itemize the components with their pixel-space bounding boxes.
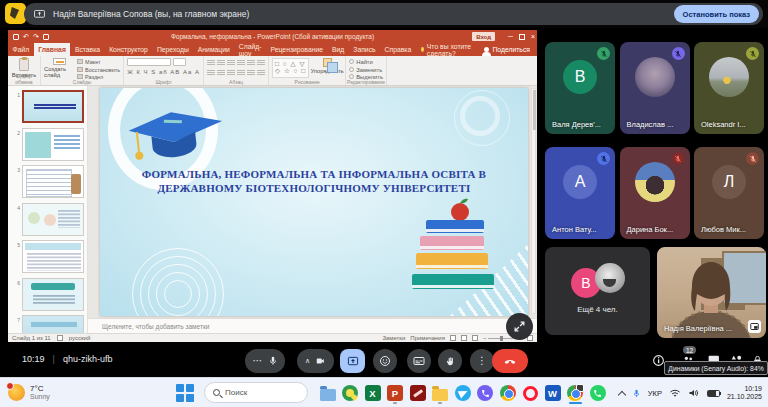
tab-вставка[interactable]: Вставка	[70, 43, 104, 56]
slide-thumbnail-5[interactable]	[22, 240, 84, 273]
slide-thumbnail-1[interactable]	[22, 90, 84, 123]
tab-слайд-шоу[interactable]: Слайд-шоу	[234, 43, 266, 56]
redo-icon[interactable]: ↷	[33, 33, 39, 41]
stop-presenting-button[interactable]: Остановить показ	[674, 5, 759, 23]
participant-name: Oleksandr I...	[701, 120, 746, 129]
pip-icon[interactable]	[748, 320, 761, 333]
participant-tile[interactable]: Владислав ...	[620, 42, 690, 134]
share-button[interactable]: Поделиться	[477, 43, 537, 56]
participant-tile[interactable]: ЛЛюбов Мик...	[694, 147, 764, 239]
notes-toggle[interactable]: Заметки	[382, 335, 405, 341]
font-size-input[interactable]	[173, 58, 186, 66]
participant-tile[interactable]: Oleksandr I...	[694, 42, 764, 134]
start-button[interactable]	[176, 384, 194, 402]
chrome-icon[interactable]	[498, 382, 517, 404]
powerpoint-icon[interactable]: P	[386, 382, 405, 404]
slide-sorter-icon[interactable]	[461, 335, 467, 341]
replace-button[interactable]: Заменить	[349, 67, 383, 73]
slide-thumbnail-4[interactable]	[22, 203, 84, 236]
wifi-icon[interactable]	[669, 388, 681, 398]
close-button[interactable]: ×	[531, 33, 535, 40]
tab-конструктор[interactable]: Конструктор	[105, 43, 153, 56]
reactions-button[interactable]	[373, 349, 397, 373]
normal-view-icon[interactable]	[450, 335, 456, 341]
paragraph-buttons[interactable]	[207, 58, 265, 78]
save-icon[interactable]	[13, 34, 19, 40]
camera-options-icon[interactable]: ∧	[305, 356, 310, 366]
self-video-tile[interactable]: Надія Валеріївна ...	[657, 247, 766, 338]
tab-главная[interactable]: Главная	[34, 43, 71, 56]
slide-thumbnail-2[interactable]	[22, 128, 84, 161]
tab-справка[interactable]: Справка	[380, 43, 416, 56]
leave-call-button[interactable]	[492, 349, 528, 373]
slide-scrollbar[interactable]	[531, 88, 536, 314]
tell-me-box[interactable]: Что вы хотите сделать?	[416, 43, 478, 56]
tab-анимации[interactable]: Анимации	[193, 43, 234, 56]
yellow-app-icon[interactable]	[5, 3, 26, 24]
volume-icon[interactable]	[688, 388, 700, 398]
screen: Надія Валеріївна Сопова (вы, на главном …	[0, 0, 768, 407]
present-button[interactable]	[340, 349, 365, 373]
font-name-input[interactable]	[127, 58, 171, 66]
more-options-button[interactable]: ⋮	[470, 349, 494, 373]
tab-переходы[interactable]: Переходы	[152, 43, 193, 56]
language-indicator[interactable]: УКР	[648, 389, 662, 398]
undo-icon[interactable]: ↶	[23, 33, 29, 41]
captions-button[interactable]	[407, 349, 431, 373]
minimize-button[interactable]: ─	[508, 33, 513, 40]
slide-editing-area[interactable]: ФОРМАЛЬНА, НЕФОРМАЛЬНА ТА ІНФОРМАЛЬНА ОС…	[88, 86, 537, 318]
sign-in-button[interactable]: Вход	[472, 32, 495, 41]
taskbar-search[interactable]: Поиск	[204, 382, 308, 403]
expand-presentation-button[interactable]	[506, 313, 533, 340]
slideshow-icon[interactable]	[43, 34, 49, 40]
tray-overflow-chevron-icon[interactable]	[618, 390, 626, 398]
telegram-icon[interactable]	[453, 382, 472, 404]
chrome-profile-icon[interactable]	[566, 382, 585, 404]
raise-hand-button[interactable]	[438, 349, 462, 373]
slide-canvas[interactable]: ФОРМАЛЬНА, НЕФОРМАЛЬНА ТА ІНФОРМАЛЬНА ОС…	[100, 88, 528, 316]
shapes-gallery[interactable]: □ ○ △ ▽ ◇ ☆ ○ □	[272, 58, 309, 78]
participant-tile[interactable]: ААнтон Вату...	[545, 147, 615, 239]
viber-icon[interactable]	[476, 382, 495, 404]
excel-icon[interactable]: X	[363, 382, 382, 404]
whatsapp-icon[interactable]	[588, 382, 607, 404]
slide-thumbnail-6[interactable]	[22, 278, 84, 311]
reset-button[interactable]: Восстановить	[77, 67, 120, 73]
tray-clock[interactable]: 10:19 21.10.2025	[727, 385, 762, 401]
folder-icon[interactable]	[431, 382, 450, 404]
notes-bar[interactable]: Щелкните, чтобы добавить заметки	[88, 318, 537, 333]
layout-button[interactable]: Макет	[77, 59, 120, 65]
mic-in-use-icon[interactable]	[632, 388, 641, 399]
more-participants-tile[interactable]: B Ещё 4 чел.	[545, 247, 650, 335]
tab-рецензирование[interactable]: Рецензирование	[266, 43, 327, 56]
file-explorer-icon[interactable]	[318, 382, 337, 404]
weather-widget[interactable]: 7°C Sunny	[8, 382, 50, 401]
font-format-buttons[interactable]: Ж К Ч S аб АВ Аа А	[127, 69, 200, 75]
tab-вид[interactable]: Вид	[328, 43, 349, 56]
tab-файл[interactable]: Файл	[8, 43, 34, 56]
thumbnail-number: 7	[12, 317, 20, 323]
red-app-icon[interactable]	[408, 382, 427, 404]
comments-toggle[interactable]: Примечания	[410, 335, 445, 341]
arrange-button[interactable]: Упорядочить	[312, 58, 342, 78]
quick-access-toolbar[interactable]: ↶ ↷	[13, 33, 49, 41]
tab-запись[interactable]: Запись	[349, 43, 380, 56]
more-audio-options-icon[interactable]: ⋯	[253, 356, 263, 366]
battery-icon[interactable]	[707, 390, 720, 397]
new-slide-button[interactable]: Создать слайд	[44, 58, 74, 78]
qgis-icon[interactable]	[341, 382, 360, 404]
opera-icon[interactable]	[521, 382, 540, 404]
camera-button[interactable]: ∧	[297, 349, 334, 373]
restore-button[interactable]	[519, 34, 525, 40]
mic-button[interactable]: ⋯	[245, 349, 285, 373]
participant-tile[interactable]: Дарина Бок...	[620, 147, 690, 239]
slideshow-view-icon[interactable]	[472, 335, 478, 341]
word-icon[interactable]: W	[543, 382, 562, 404]
share-status-pill: Надія Валеріївна Сопова (вы, на главном …	[24, 3, 763, 25]
slide-thumbnail-3[interactable]	[22, 165, 84, 198]
participant-name: Надія Валеріївна ...	[664, 324, 732, 333]
language-status[interactable]: русский	[69, 335, 91, 341]
find-button[interactable]: Найти	[349, 59, 383, 65]
participant-tile[interactable]: ВВаля Дерев'...	[545, 42, 615, 134]
spellcheck-icon[interactable]	[57, 335, 63, 341]
